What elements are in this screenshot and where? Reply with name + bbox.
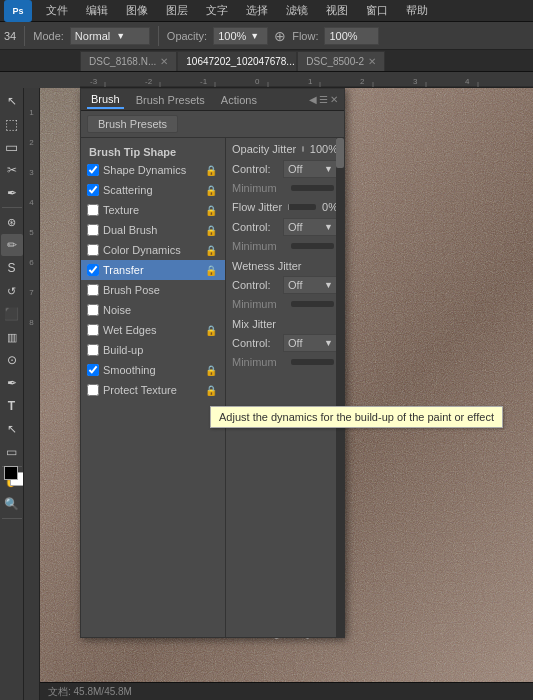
tool-spot-heal[interactable]: ⊛ [1, 211, 23, 233]
checkbox-texture[interactable] [87, 204, 99, 216]
menu-text[interactable]: 文字 [202, 1, 232, 20]
opacity-jitter-bar[interactable] [302, 146, 304, 152]
checkbox-shape-dynamics[interactable] [87, 164, 99, 176]
right-scrollbar[interactable] [336, 138, 344, 638]
tool-crop[interactable]: ✂ [1, 159, 23, 181]
tab-close-0[interactable]: ✕ [160, 56, 168, 67]
checkbox-scattering[interactable] [87, 184, 99, 196]
tab-active[interactable]: 10647202_102047678... ✕ [177, 51, 297, 71]
min-bar-2[interactable] [291, 243, 334, 249]
tool-move[interactable]: ↖ [1, 90, 23, 112]
tab-dsc8168[interactable]: DSC_8168.N... ✕ [80, 51, 177, 71]
tool-history-brush[interactable]: ↺ [1, 280, 23, 302]
tool-dodge[interactable]: ⊙ [1, 349, 23, 371]
checkbox-brush-pose[interactable] [87, 284, 99, 296]
control-dropdown-1[interactable]: Off ▼ [283, 160, 338, 178]
menu-select[interactable]: 选择 [242, 1, 272, 20]
airbrush-icon[interactable]: ⊕ [274, 28, 286, 44]
item-brush-pose[interactable]: Brush Pose [81, 280, 225, 300]
mode-dropdown-arrow: ▼ [116, 31, 125, 41]
control-dropdown-3[interactable]: Off ▼ [283, 276, 338, 294]
collapse-menu-btn[interactable]: ☰ [319, 94, 328, 105]
item-texture[interactable]: Texture 🔒 [81, 200, 225, 220]
item-dual-brush[interactable]: Dual Brush 🔒 [81, 220, 225, 240]
lock-icon-dual: 🔒 [205, 225, 217, 236]
mode-label: Mode: [33, 30, 64, 42]
menu-edit[interactable]: 编辑 [82, 1, 112, 20]
checkbox-buildup[interactable] [87, 344, 99, 356]
item-color-dynamics[interactable]: Color Dynamics 🔒 [81, 240, 225, 260]
color-swatches[interactable] [4, 466, 24, 486]
min-label-1: Minimum [232, 182, 287, 194]
min-bar-3[interactable] [291, 301, 334, 307]
menu-image[interactable]: 图像 [122, 1, 152, 20]
control-row-3: Control: Off ▼ [232, 276, 338, 294]
tool-gradient[interactable]: ▥ [1, 326, 23, 348]
close-panel-btn[interactable]: ✕ [330, 94, 338, 105]
checkbox-dual-brush[interactable] [87, 224, 99, 236]
tool-shape[interactable]: ▭ [1, 441, 23, 463]
checkbox-wet-edges[interactable] [87, 324, 99, 336]
item-shape-dynamics[interactable]: Shape Dynamics 🔒 [81, 160, 225, 180]
tool-eyedropper[interactable]: ✒ [1, 182, 23, 204]
panel-tab-presets[interactable]: Brush Presets [132, 92, 209, 108]
lock-icon-protect: 🔒 [205, 385, 217, 396]
panel-tab-actions[interactable]: Actions [217, 92, 261, 108]
tab-dsc8500[interactable]: DSC_8500-2 ✕ [297, 51, 385, 71]
opacity-dropdown[interactable]: 100% ▼ [213, 27, 268, 45]
tool-pen[interactable]: ✒ [1, 372, 23, 394]
tool-lasso[interactable]: ⬚ [1, 113, 23, 135]
brush-settings-right: Opacity Jitter 100% Control: Off ▼ [226, 138, 344, 638]
tool-clone[interactable]: S [1, 257, 23, 279]
min-bar-1[interactable] [291, 185, 334, 191]
menu-window[interactable]: 窗口 [362, 1, 392, 20]
flow-dropdown[interactable]: 100% [324, 27, 379, 45]
checkbox-transfer[interactable] [87, 264, 99, 276]
separator-1 [24, 26, 25, 46]
checkbox-color-dynamics[interactable] [87, 244, 99, 256]
menu-view[interactable]: 视图 [322, 1, 352, 20]
scrollbar-thumb[interactable] [336, 138, 344, 168]
svg-text:0: 0 [255, 77, 260, 86]
tool-eraser[interactable]: ⬛ [1, 303, 23, 325]
item-smoothing[interactable]: Smoothing 🔒 [81, 360, 225, 380]
tab-close-2[interactable]: ✕ [368, 56, 376, 67]
control-dropdown-4[interactable]: Off ▼ [283, 334, 338, 352]
tool-brush[interactable]: ✏ [1, 234, 23, 256]
opacity-jitter-row: Opacity Jitter 100% [232, 142, 338, 156]
item-wet-edges[interactable]: Wet Edges 🔒 [81, 320, 225, 340]
panel-collapse-btns: ◀ ☰ ✕ [309, 94, 338, 105]
checkbox-noise[interactable] [87, 304, 99, 316]
item-noise[interactable]: Noise [81, 300, 225, 320]
tool-zoom[interactable]: 🔍 [1, 493, 23, 515]
tool-type[interactable]: T [1, 395, 23, 417]
flow-jitter-row: Flow Jitter 0% [232, 200, 338, 214]
checkbox-smoothing[interactable] [87, 364, 99, 376]
menu-help[interactable]: 帮助 [402, 1, 432, 20]
svg-text:-3: -3 [90, 77, 98, 86]
mode-dropdown[interactable]: Normal ▼ [70, 27, 150, 45]
svg-text:-2: -2 [145, 77, 153, 86]
menu-filter[interactable]: 滤镜 [282, 1, 312, 20]
canvas-area[interactable]: Brush Brush Presets Actions ◀ ☰ ✕ Brush … [40, 88, 533, 700]
min-label-2: Minimum [232, 240, 287, 252]
item-transfer[interactable]: Transfer 🔒 [81, 260, 225, 280]
checkbox-protect-texture[interactable] [87, 384, 99, 396]
control-label-4: Control: [232, 337, 277, 349]
tool-select-rect[interactable]: ▭ [1, 136, 23, 158]
menu-layer[interactable]: 图层 [162, 1, 192, 20]
collapse-left-btn[interactable]: ◀ [309, 94, 317, 105]
min-bar-4[interactable] [291, 359, 334, 365]
item-protect-texture[interactable]: Protect Texture 🔒 [81, 380, 225, 400]
tool-path-select[interactable]: ↖ [1, 418, 23, 440]
menu-file[interactable]: 文件 [42, 1, 72, 20]
flow-jitter-bar[interactable] [288, 204, 316, 210]
svg-text:2: 2 [360, 77, 365, 86]
control-dropdown-2[interactable]: Off ▼ [283, 218, 338, 236]
item-scattering[interactable]: Scattering 🔒 [81, 180, 225, 200]
foreground-color-swatch[interactable] [4, 466, 18, 480]
brush-presets-button[interactable]: Brush Presets [87, 115, 178, 133]
panel-tab-brush[interactable]: Brush [87, 91, 124, 109]
item-buildup[interactable]: Build-up [81, 340, 225, 360]
opacity-label: Opacity: [167, 30, 207, 42]
